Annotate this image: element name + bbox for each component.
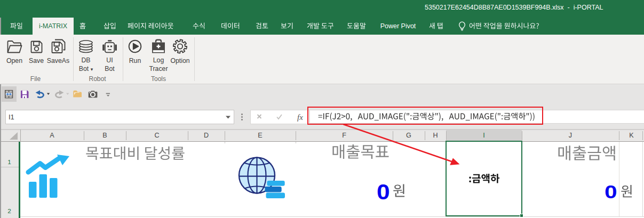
svg-text:fx: fx: [297, 113, 303, 122]
